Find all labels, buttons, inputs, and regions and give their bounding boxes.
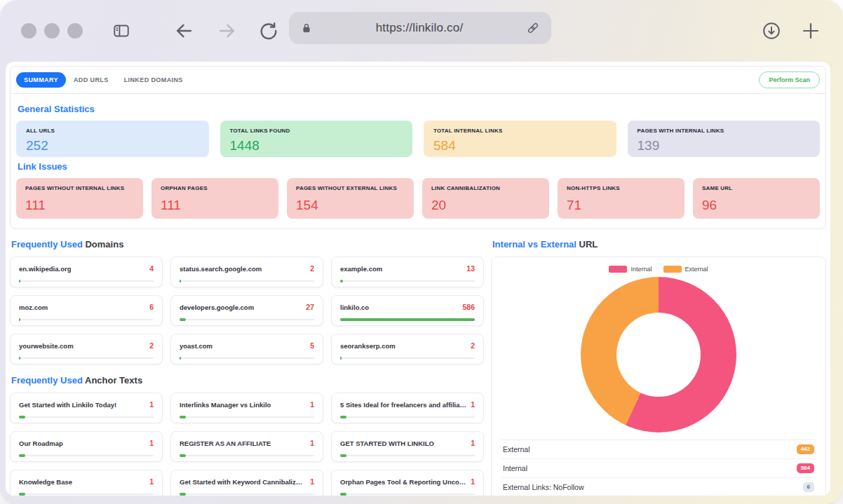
domain-progress-fill (19, 318, 20, 321)
anchor-text: Interlinks Manager vs Linkilo (180, 401, 271, 409)
anchor-text: Get Started with Linkilo Today! (19, 401, 116, 409)
chart-title: Internal vs External URL (492, 239, 825, 250)
domain-card: example.com13 (331, 257, 484, 287)
progress-track (340, 280, 475, 282)
domain-card: status.search.google.com2 (170, 257, 323, 287)
tab-add-urls[interactable]: ADD URLS (66, 72, 116, 88)
anchor-progress-fill (180, 454, 186, 457)
summary-panel: SUMMARY ADD URLS LINKED DOMAINS Perform … (10, 66, 826, 229)
link-type-badge: 442 (797, 444, 814, 454)
address-bar[interactable]: https://linkilo.co/ (289, 12, 551, 44)
anchor-card: Knowledge Base1 (10, 470, 163, 496)
issue-value: 71 (567, 198, 675, 213)
progress-track (180, 455, 314, 456)
left-column: Frequently Used Domains en.wikipedia.org… (10, 236, 484, 496)
issue-card: ORPHAN PAGES 111 (151, 178, 278, 219)
legend-swatch (609, 266, 627, 273)
zoom-window-button[interactable] (67, 23, 83, 39)
domains-title: Frequently Used Domains (11, 239, 483, 250)
internal-external-card: Internal External External 442 (491, 257, 826, 496)
reload-icon[interactable] (258, 20, 279, 41)
tab-linked-domains[interactable]: LINKED DOMAINS (116, 72, 191, 88)
lock-icon[interactable] (300, 21, 313, 35)
anchor-count: 1 (310, 477, 314, 486)
sidebar-icon[interactable] (111, 22, 132, 40)
domains-grid: en.wikipedia.org4 status.search.google.c… (10, 257, 484, 365)
issue-card: PAGES WITHOUT INTERNAL LINKS 111 (16, 178, 143, 219)
domain-count: 27 (306, 303, 314, 311)
domains-title-highlight: Frequently Used (11, 239, 83, 250)
issue-value: 96 (702, 198, 811, 213)
anchors-grid: Get Started with Linkilo Today!1 Interli… (10, 393, 484, 496)
progress-track (19, 319, 154, 320)
domain-count: 6 (149, 303, 154, 311)
close-window-button[interactable] (21, 23, 36, 39)
link-type-row: External Links: NoFollow 6 (501, 477, 816, 496)
tab-summary[interactable]: SUMMARY (16, 72, 66, 88)
domain-card: yoast.com5 (170, 334, 323, 365)
domain-card: moz.com6 (10, 295, 163, 326)
domain-count: 2 (310, 264, 314, 273)
download-icon[interactable] (762, 21, 781, 41)
progress-track (19, 455, 154, 456)
domain-count: 2 (149, 341, 154, 350)
domain-count: 13 (466, 264, 475, 273)
perform-scan-button[interactable]: Perform Scan (759, 71, 820, 88)
stats-body: General Statistics ALL URLS 252 TOTAL LI… (11, 94, 825, 229)
legend-item: External (663, 266, 708, 273)
anchor-progress-fill (19, 454, 25, 457)
new-tab-icon[interactable] (801, 21, 821, 41)
domain-name: moz.com (19, 304, 48, 311)
anchor-card: Get Started with Linkilo Today!1 (10, 393, 163, 423)
domain-progress-fill (180, 280, 181, 282)
anchor-count: 1 (149, 477, 154, 486)
anchor-card: Get Started with Keyword Cannibalization… (170, 470, 323, 496)
domain-name: example.com (340, 265, 382, 273)
link-icon[interactable] (526, 21, 540, 35)
anchor-card: GET STARTED WITH LINKILO1 (331, 431, 484, 462)
progress-track (19, 280, 154, 282)
link-issues-title: Link Issues (18, 161, 818, 172)
browser-window: https://linkilo.co/ (0, 0, 843, 504)
progress-track (180, 319, 314, 320)
stat-value: 584 (433, 138, 607, 154)
domain-progress-fill (180, 318, 186, 321)
anchor-card: REGISTER AS AN AFFILIATE1 (170, 431, 323, 462)
domain-card: seorankserp.com2 (331, 334, 484, 365)
legend-swatch (663, 266, 682, 273)
issue-label: ORPHAN PAGES (161, 185, 269, 191)
domain-progress-fill (19, 357, 20, 360)
domain-name: seorankserp.com (340, 342, 396, 350)
stat-card: TOTAL LINKS FOUND 1448 (220, 121, 413, 157)
stat-card: PAGES WITH INTERNAL LINKS 139 (628, 121, 821, 157)
chart-legend: Internal External (501, 266, 816, 273)
chart-title-rest: URL (579, 239, 598, 250)
anchor-card: Orphan Pages Tool & Reporting Uncover hi… (331, 470, 484, 496)
link-type-label: External (503, 445, 530, 454)
anchor-progress-fill (180, 493, 186, 496)
domain-progress-fill (340, 280, 343, 282)
domain-progress-fill (19, 280, 20, 282)
domain-card: yourwebsite.com2 (10, 334, 163, 365)
anchor-card: Our Roadmap1 (10, 431, 163, 462)
anchor-progress-fill (180, 416, 186, 418)
link-issues-row: PAGES WITHOUT INTERNAL LINKS 111 ORPHAN … (16, 178, 820, 219)
anchor-count: 1 (310, 439, 314, 447)
progress-track (180, 493, 314, 495)
general-statistics-title: General Statistics (18, 104, 818, 114)
back-icon[interactable] (173, 21, 195, 41)
anchor-count: 1 (471, 400, 475, 409)
progress-track (340, 455, 475, 456)
stat-card: ALL URLS 252 (16, 121, 209, 157)
anchor-progress-fill (340, 416, 346, 418)
forward-icon[interactable] (216, 21, 238, 41)
stat-label: ALL URLS (26, 128, 199, 134)
issue-value: 111 (161, 198, 269, 213)
stat-label: TOTAL INTERNAL LINKS (433, 128, 607, 134)
page-content: SUMMARY ADD URLS LINKED DOMAINS Perform … (6, 62, 830, 496)
anchor-count: 1 (471, 477, 475, 486)
stat-card: TOTAL INTERNAL LINKS 584 (424, 121, 616, 157)
domain-name: yourwebsite.com (19, 342, 74, 350)
link-type-list: External 442 Internal 584 External Links… (501, 440, 816, 496)
minimize-window-button[interactable] (44, 23, 60, 39)
